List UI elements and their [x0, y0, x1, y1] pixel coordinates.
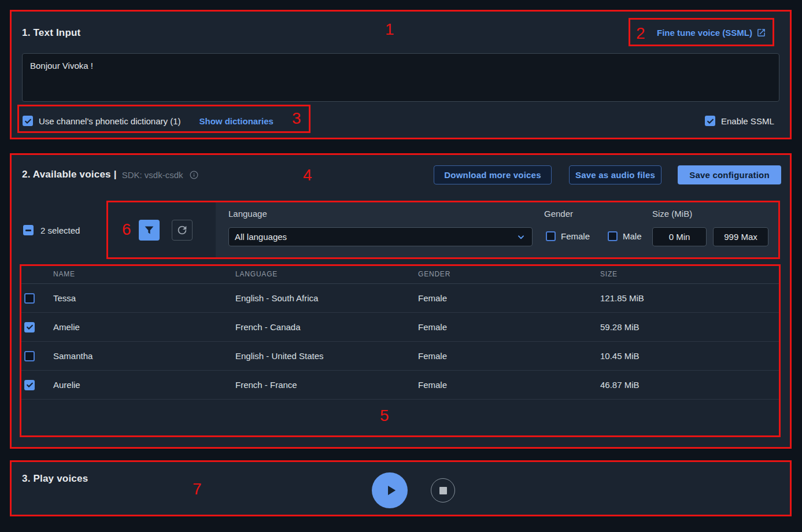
row-checkbox[interactable]	[24, 351, 35, 361]
enable-ssml-checkbox[interactable]	[705, 116, 715, 126]
show-dictionaries-link[interactable]: Show dictionaries	[199, 116, 274, 126]
header-size: SIZE	[600, 270, 781, 278]
text-input-section: 1. Text Input Fine tune voice (SSML) Bon…	[10, 10, 792, 139]
voice-language: English - South Africa	[235, 293, 418, 303]
size-max-input[interactable]: 999 Max	[713, 227, 768, 246]
voice-size: 59.28 MiB	[600, 322, 781, 332]
row-checkbox[interactable]	[24, 322, 35, 332]
voices-table: NAME LANGUAGE GENDER SIZE TessaEnglish -…	[20, 264, 781, 400]
play-voices-title: 3. Play voices	[22, 473, 88, 485]
voice-name: Samantha	[53, 351, 235, 361]
voice-language: English - United States	[235, 351, 418, 361]
voice-name: Tessa	[53, 293, 235, 303]
table-row: AurelieFrench - FranceFemale46.87 MiB	[20, 371, 781, 400]
gender-female-label: Female	[561, 231, 590, 241]
phonetic-dictionary-label: Use channel's phonetic dictionary (1)	[39, 116, 181, 126]
gender-filter-label: Gender	[544, 209, 573, 219]
play-voices-section: 3. Play voices	[10, 461, 792, 516]
table-row: TessaEnglish - South AfricaFemale121.85 …	[20, 284, 781, 313]
play-button[interactable]	[372, 472, 408, 508]
language-select-value: All languages	[235, 232, 516, 242]
size-min-input[interactable]: 0 Min	[652, 227, 707, 246]
open-in-new-icon	[756, 28, 766, 38]
table-row: AmelieFrench - CanadaFemale59.28 MiB	[20, 313, 781, 342]
selected-count-label: 2 selected	[40, 226, 80, 235]
voice-size: 121.85 MiB	[600, 293, 781, 303]
header-gender: GENDER	[418, 270, 600, 278]
filter-button[interactable]	[139, 220, 160, 241]
select-all-checkbox[interactable]	[23, 225, 34, 235]
voice-language: French - Canada	[235, 322, 418, 332]
language-select[interactable]: All languages	[228, 227, 533, 246]
voice-size: 46.87 MiB	[600, 380, 781, 390]
size-filter-label: Size (MiB)	[652, 209, 692, 219]
refresh-button[interactable]	[172, 220, 193, 241]
filter-panel: Language All languages Gender Female Mal…	[216, 201, 780, 258]
language-filter-label: Language	[228, 209, 267, 219]
play-icon	[380, 482, 400, 499]
save-as-audio-files-button[interactable]: Save as audio files	[569, 165, 661, 184]
voice-gender: Female	[418, 322, 600, 332]
voice-name: Aurelie	[53, 380, 235, 390]
info-icon[interactable]	[189, 170, 199, 180]
enable-ssml-label: Enable SSML	[721, 116, 774, 126]
phonetic-dictionary-checkbox[interactable]	[23, 116, 33, 126]
available-voices-section: 2. Available voices | SDK: vsdk-csdk Dow…	[10, 153, 792, 449]
voice-size: 10.45 MiB	[600, 351, 781, 361]
fine-tune-ssml-label: Fine tune voice (SSML)	[657, 28, 752, 38]
available-voices-title: 2. Available voices |	[22, 169, 117, 180]
header-language: LANGUAGE	[235, 270, 418, 278]
gender-male-label: Male	[623, 231, 642, 241]
voice-gender: Female	[418, 293, 600, 303]
download-more-voices-button[interactable]: Download more voices	[434, 165, 552, 184]
fine-tune-ssml-link[interactable]: Fine tune voice (SSML)	[657, 28, 766, 38]
stop-button[interactable]	[431, 478, 455, 503]
voices-table-rows: TessaEnglish - South AfricaFemale121.85 …	[20, 284, 781, 400]
gender-male-checkbox[interactable]	[608, 231, 618, 241]
stop-icon	[439, 487, 447, 494]
voices-table-header: NAME LANGUAGE GENDER SIZE	[20, 264, 781, 284]
voice-name: Amelie	[53, 322, 235, 332]
tts-text-input[interactable]: Bonjour Vivoka !	[22, 53, 779, 102]
voice-gender: Female	[418, 351, 600, 361]
row-checkbox[interactable]	[24, 293, 35, 304]
header-name: NAME	[53, 270, 235, 278]
chevron-down-icon	[516, 232, 526, 242]
gender-female-checkbox[interactable]	[546, 231, 556, 241]
filter-funnel-icon	[143, 224, 156, 237]
refresh-icon	[176, 224, 189, 237]
voice-gender: Female	[418, 380, 600, 390]
save-configuration-button[interactable]: Save configuration	[678, 165, 781, 184]
voice-language: French - France	[235, 380, 418, 390]
table-row: SamanthaEnglish - United StatesFemale10.…	[20, 342, 781, 371]
row-checkbox[interactable]	[24, 380, 35, 390]
sdk-label: SDK: vsdk-csdk	[122, 170, 183, 180]
text-input-title: 1. Text Input	[22, 27, 80, 39]
